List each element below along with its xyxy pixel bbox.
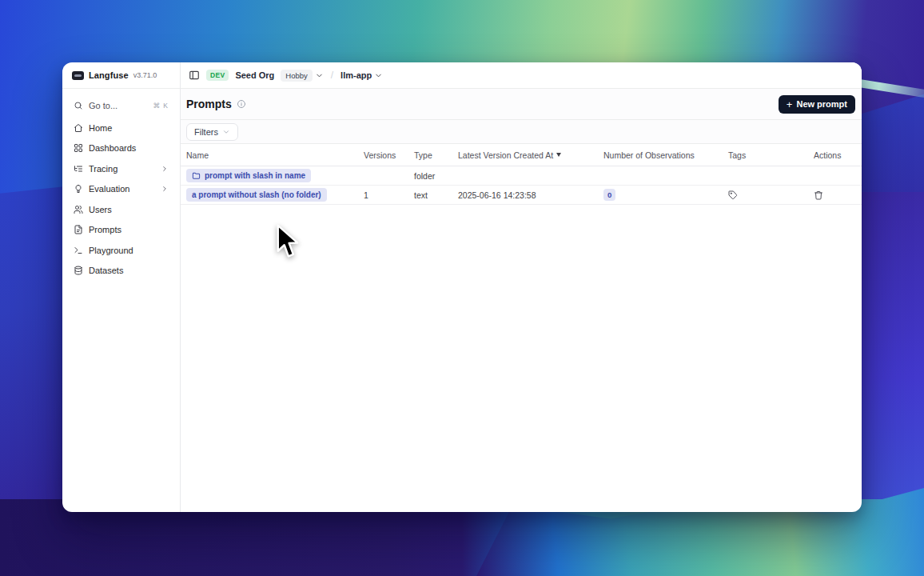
sort-desc-icon — [556, 153, 561, 157]
org-plan-dropdown[interactable]: Hobby — [281, 70, 323, 82]
column-header-versions[interactable]: Versions — [364, 150, 414, 160]
table-header-row: Name Versions Type Latest Version Create… — [181, 144, 862, 166]
langfuse-app-window: Langfuse v3.71.0 Go to... ⌘ K Home — [62, 62, 862, 512]
sidebar-item-label: Datasets — [89, 266, 123, 275]
info-icon[interactable] — [237, 99, 246, 109]
prompt-name: prompt with slash in name — [205, 171, 305, 181]
new-prompt-button[interactable]: + New prompt — [779, 95, 855, 114]
sidebar-item-users[interactable]: Users — [69, 199, 173, 220]
prompts-table: Name Versions Type Latest Version Create… — [181, 144, 862, 205]
table-row[interactable]: prompt with slash in name folder — [181, 166, 862, 186]
filters-label: Filters — [194, 127, 218, 137]
project-dropdown[interactable]: llm-app — [341, 70, 383, 80]
observations-cell: 0 — [603, 189, 728, 201]
prompt-link[interactable]: a prompt without slash (no folder) — [186, 188, 327, 202]
sidebar-item-label: Playground — [89, 246, 133, 255]
dashboards-icon — [74, 143, 83, 153]
observations-count-badge: 0 — [603, 189, 615, 201]
sidebar-toggle-icon[interactable] — [189, 70, 200, 81]
type-cell: folder — [414, 171, 458, 181]
brand-name: Langfuse — [89, 70, 129, 80]
tracing-icon — [74, 164, 83, 174]
sidebar-header: Langfuse v3.71.0 — [62, 62, 180, 89]
search-icon — [74, 101, 83, 110]
page-header: Prompts + New prompt — [181, 89, 862, 120]
home-icon — [74, 123, 83, 133]
versions-cell: 1 — [364, 190, 414, 200]
filters-row: Filters — [181, 120, 862, 144]
goto-search[interactable]: Go to... ⌘ K — [69, 97, 173, 118]
column-header-label: Latest Version Created At — [458, 150, 553, 160]
column-header-actions: Actions — [814, 150, 862, 160]
actions-cell — [814, 190, 862, 200]
goto-shortcut: ⌘ K — [153, 102, 169, 110]
chevron-right-icon — [161, 185, 169, 193]
chevron-down-icon — [222, 128, 230, 136]
chevron-down-icon — [315, 71, 324, 80]
delete-trash-icon[interactable] — [814, 190, 823, 200]
evaluation-icon — [74, 184, 83, 194]
tag-icon[interactable] — [728, 190, 738, 200]
column-header-observations[interactable]: Number of Observations — [603, 150, 728, 160]
sidebar-item-playground[interactable]: Playground — [69, 240, 173, 261]
sidebar-item-dashboards[interactable]: Dashboards — [69, 138, 173, 159]
plus-icon: + — [787, 99, 793, 110]
page-title: Prompts — [186, 98, 232, 110]
sidebar-item-label: Prompts — [89, 225, 121, 234]
prompts-icon — [74, 225, 83, 234]
column-header-type[interactable]: Type — [414, 150, 458, 160]
tags-cell — [728, 190, 814, 200]
sidebar: Langfuse v3.71.0 Go to... ⌘ K Home — [62, 62, 181, 512]
sidebar-item-datasets[interactable]: Datasets — [69, 261, 173, 282]
sidebar-item-prompts[interactable]: Prompts — [69, 220, 173, 241]
prompt-name: a prompt without slash (no folder) — [192, 190, 321, 200]
column-header-latest-version[interactable]: Latest Version Created At — [458, 150, 603, 160]
users-icon — [74, 205, 83, 214]
name-cell: a prompt without slash (no folder) — [186, 188, 364, 202]
project-name: llm-app — [341, 70, 372, 80]
new-prompt-label: New prompt — [796, 99, 847, 109]
datasets-database-icon — [74, 266, 83, 275]
sidebar-item-label: Dashboards — [89, 143, 136, 153]
name-cell: prompt with slash in name — [186, 169, 364, 182]
breadcrumb-separator: / — [330, 70, 334, 81]
sidebar-item-label: Home — [89, 123, 112, 133]
top-bar: DEV Seed Org Hobby / llm-app — [181, 62, 862, 89]
prompt-folder-link[interactable]: prompt with slash in name — [186, 169, 311, 182]
sidebar-item-label: Evaluation — [89, 184, 129, 194]
sidebar-nav: Go to... ⌘ K Home Dashboards Tracing — [62, 89, 180, 289]
plan-badge: Hobby — [281, 70, 312, 82]
chevron-down-icon — [374, 71, 383, 80]
main-area: DEV Seed Org Hobby / llm-app Prompts — [181, 62, 862, 512]
org-name[interactable]: Seed Org — [235, 70, 274, 80]
brand-version: v3.71.0 — [133, 71, 157, 79]
playground-terminal-icon — [74, 246, 83, 255]
latest-version-cell: 2025-06-16 14:23:58 — [458, 190, 603, 200]
wallpaper-right-band — [852, 192, 924, 528]
folder-icon — [192, 171, 201, 180]
sidebar-item-evaluation[interactable]: Evaluation — [69, 179, 173, 200]
sidebar-item-label: Users — [89, 205, 112, 214]
goto-label: Go to... — [89, 101, 117, 110]
chevron-right-icon — [161, 165, 169, 173]
table-row[interactable]: a prompt without slash (no folder) 1 tex… — [181, 186, 862, 205]
column-header-tags[interactable]: Tags — [728, 150, 814, 160]
sidebar-item-tracing[interactable]: Tracing — [69, 158, 173, 179]
column-header-name[interactable]: Name — [186, 150, 364, 160]
sidebar-item-home[interactable]: Home — [69, 118, 173, 138]
sidebar-item-label: Tracing — [89, 164, 117, 174]
langfuse-logo — [72, 71, 84, 80]
env-badge: DEV — [206, 70, 229, 81]
type-cell: text — [414, 190, 458, 200]
filters-button[interactable]: Filters — [186, 123, 238, 141]
